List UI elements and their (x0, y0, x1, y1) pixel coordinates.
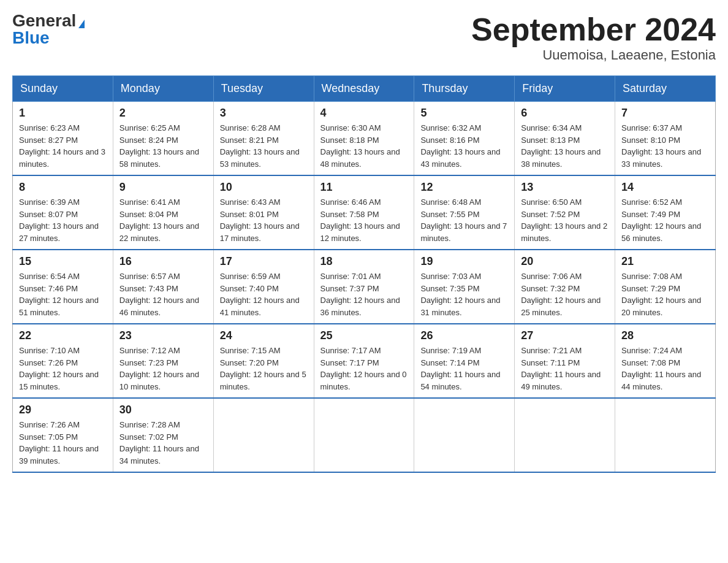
day-number: 2 (119, 107, 207, 120)
day-number: 13 (521, 181, 609, 194)
day-number: 11 (320, 181, 408, 194)
day-info: Sunrise: 6:41 AMSunset: 8:04 PMDaylight:… (119, 196, 207, 244)
calendar-week-4: 22Sunrise: 7:10 AMSunset: 7:26 PMDayligh… (13, 324, 716, 398)
calendar-subtitle: Uuemoisa, Laeaene, Estonia (471, 47, 716, 63)
calendar-title: September 2024 (471, 12, 716, 47)
day-number: 3 (220, 107, 308, 120)
day-number: 19 (420, 255, 508, 268)
day-number: 12 (420, 181, 508, 194)
calendar-cell: 24Sunrise: 7:15 AMSunset: 7:20 PMDayligh… (213, 324, 314, 398)
page-header: General Blue September 2024 Uuemoisa, La… (12, 12, 716, 63)
day-of-week-friday: Friday (515, 76, 615, 102)
logo-general-text: General (12, 11, 76, 30)
calendar-cell: 2Sunrise: 6:25 AMSunset: 8:24 PMDaylight… (113, 102, 213, 176)
calendar-cell: 3Sunrise: 6:28 AMSunset: 8:21 PMDaylight… (213, 102, 314, 176)
day-info: Sunrise: 7:17 AMSunset: 7:17 PMDaylight:… (320, 345, 408, 393)
day-of-week-saturday: Saturday (615, 76, 716, 102)
day-number: 23 (119, 329, 207, 342)
day-info: Sunrise: 6:52 AMSunset: 7:49 PMDaylight:… (621, 196, 709, 244)
calendar-week-5: 29Sunrise: 7:26 AMSunset: 7:05 PMDayligh… (13, 398, 716, 472)
day-info: Sunrise: 7:21 AMSunset: 7:11 PMDaylight:… (521, 345, 609, 393)
day-number: 10 (220, 181, 308, 194)
calendar-cell: 8Sunrise: 6:39 AMSunset: 8:07 PMDaylight… (13, 175, 113, 250)
calendar-cell (515, 398, 615, 472)
day-number: 6 (521, 107, 609, 120)
day-number: 20 (521, 255, 609, 268)
day-number: 8 (19, 181, 107, 194)
calendar-body: 1Sunrise: 6:23 AMSunset: 8:27 PMDaylight… (13, 102, 716, 473)
day-info: Sunrise: 6:46 AMSunset: 7:58 PMDaylight:… (320, 196, 408, 244)
calendar-cell: 16Sunrise: 6:57 AMSunset: 7:43 PMDayligh… (113, 250, 213, 324)
day-info: Sunrise: 6:54 AMSunset: 7:46 PMDaylight:… (19, 270, 107, 318)
calendar-cell: 4Sunrise: 6:30 AMSunset: 8:18 PMDaylight… (314, 102, 414, 176)
day-info: Sunrise: 6:43 AMSunset: 8:01 PMDaylight:… (220, 196, 308, 244)
day-number: 14 (621, 181, 709, 194)
calendar-cell: 19Sunrise: 7:03 AMSunset: 7:35 PMDayligh… (414, 250, 515, 324)
day-info: Sunrise: 6:25 AMSunset: 8:24 PMDaylight:… (119, 122, 207, 170)
calendar-cell: 25Sunrise: 7:17 AMSunset: 7:17 PMDayligh… (314, 324, 414, 398)
day-number: 1 (19, 107, 107, 120)
logo: General Blue (12, 12, 85, 47)
day-of-week-monday: Monday (113, 76, 213, 102)
day-info: Sunrise: 6:28 AMSunset: 8:21 PMDaylight:… (220, 122, 308, 170)
day-number: 4 (320, 107, 408, 120)
calendar-cell: 11Sunrise: 6:46 AMSunset: 7:58 PMDayligh… (314, 175, 414, 250)
calendar-cell: 6Sunrise: 6:34 AMSunset: 8:13 PMDaylight… (515, 102, 615, 176)
day-number: 27 (521, 329, 609, 342)
day-of-week-tuesday: Tuesday (213, 76, 314, 102)
day-info: Sunrise: 6:57 AMSunset: 7:43 PMDaylight:… (119, 270, 207, 318)
calendar-cell: 5Sunrise: 6:32 AMSunset: 8:16 PMDaylight… (414, 102, 515, 176)
calendar-cell: 9Sunrise: 6:41 AMSunset: 8:04 PMDaylight… (113, 175, 213, 250)
day-number: 17 (220, 255, 308, 268)
logo-triangle-icon (78, 20, 85, 28)
day-info: Sunrise: 7:10 AMSunset: 7:26 PMDaylight:… (19, 345, 107, 393)
calendar-cell: 12Sunrise: 6:48 AMSunset: 7:55 PMDayligh… (414, 175, 515, 250)
day-info: Sunrise: 7:26 AMSunset: 7:05 PMDaylight:… (19, 419, 107, 467)
day-number: 21 (621, 255, 709, 268)
calendar-cell: 27Sunrise: 7:21 AMSunset: 7:11 PMDayligh… (515, 324, 615, 398)
title-block: September 2024 Uuemoisa, Laeaene, Estoni… (471, 12, 716, 63)
day-number: 7 (621, 107, 709, 120)
calendar-cell (414, 398, 515, 472)
day-number: 29 (19, 404, 107, 416)
day-info: Sunrise: 6:23 AMSunset: 8:27 PMDaylight:… (19, 122, 107, 170)
day-number: 25 (320, 329, 408, 342)
day-info: Sunrise: 6:30 AMSunset: 8:18 PMDaylight:… (320, 122, 408, 170)
day-info: Sunrise: 7:06 AMSunset: 7:32 PMDaylight:… (521, 270, 609, 318)
calendar-cell: 26Sunrise: 7:19 AMSunset: 7:14 PMDayligh… (414, 324, 515, 398)
day-header-row: SundayMondayTuesdayWednesdayThursdayFrid… (13, 76, 716, 102)
calendar-header: SundayMondayTuesdayWednesdayThursdayFrid… (13, 76, 716, 102)
day-info: Sunrise: 6:32 AMSunset: 8:16 PMDaylight:… (420, 122, 508, 170)
day-number: 5 (420, 107, 508, 120)
day-info: Sunrise: 7:15 AMSunset: 7:20 PMDaylight:… (220, 345, 308, 393)
calendar-cell (213, 398, 314, 472)
day-info: Sunrise: 7:12 AMSunset: 7:23 PMDaylight:… (119, 345, 207, 393)
day-number: 18 (320, 255, 408, 268)
calendar-week-2: 8Sunrise: 6:39 AMSunset: 8:07 PMDaylight… (13, 175, 716, 250)
calendar-cell (615, 398, 716, 472)
day-number: 28 (621, 329, 709, 342)
calendar-cell (314, 398, 414, 472)
day-info: Sunrise: 7:01 AMSunset: 7:37 PMDaylight:… (320, 270, 408, 318)
day-info: Sunrise: 6:59 AMSunset: 7:40 PMDaylight:… (220, 270, 308, 318)
calendar-cell: 28Sunrise: 7:24 AMSunset: 7:08 PMDayligh… (615, 324, 716, 398)
calendar-cell: 17Sunrise: 6:59 AMSunset: 7:40 PMDayligh… (213, 250, 314, 324)
calendar-cell: 22Sunrise: 7:10 AMSunset: 7:26 PMDayligh… (13, 324, 113, 398)
day-info: Sunrise: 7:24 AMSunset: 7:08 PMDaylight:… (621, 345, 709, 393)
logo-general-line: General (12, 12, 85, 29)
calendar-table: SundayMondayTuesdayWednesdayThursdayFrid… (12, 75, 716, 473)
day-number: 30 (119, 404, 207, 416)
day-info: Sunrise: 6:50 AMSunset: 7:52 PMDaylight:… (521, 196, 609, 244)
day-info: Sunrise: 7:03 AMSunset: 7:35 PMDaylight:… (420, 270, 508, 318)
calendar-week-3: 15Sunrise: 6:54 AMSunset: 7:46 PMDayligh… (13, 250, 716, 324)
calendar-cell: 1Sunrise: 6:23 AMSunset: 8:27 PMDaylight… (13, 102, 113, 176)
day-info: Sunrise: 6:34 AMSunset: 8:13 PMDaylight:… (521, 122, 609, 170)
calendar-cell: 18Sunrise: 7:01 AMSunset: 7:37 PMDayligh… (314, 250, 414, 324)
day-info: Sunrise: 7:19 AMSunset: 7:14 PMDaylight:… (420, 345, 508, 393)
day-number: 24 (220, 329, 308, 342)
day-number: 15 (19, 255, 107, 268)
calendar-cell: 21Sunrise: 7:08 AMSunset: 7:29 PMDayligh… (615, 250, 716, 324)
day-of-week-sunday: Sunday (13, 76, 113, 102)
day-number: 22 (19, 329, 107, 342)
day-number: 16 (119, 255, 207, 268)
